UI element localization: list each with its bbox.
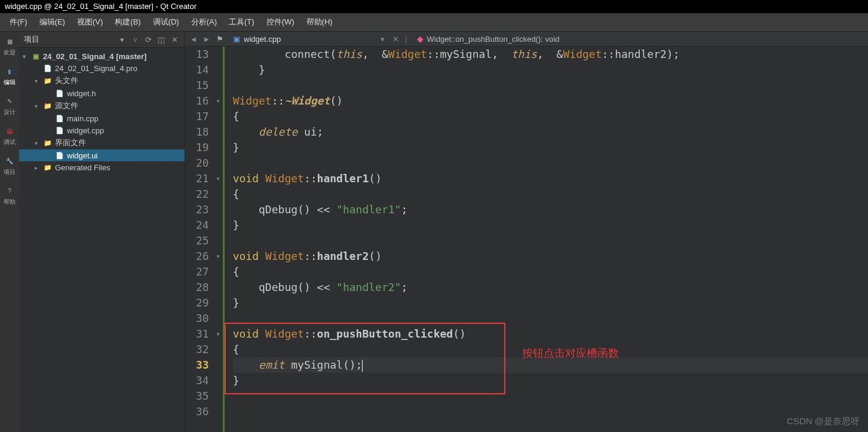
code-body[interactable]: connect(this, &Widget::mySignal, this, &… bbox=[225, 47, 868, 432]
tree-widget-cpp[interactable]: 📄widget.cpp bbox=[19, 124, 185, 136]
symbol-crumb[interactable]: ◆ Widget::on_pushButton_clicked(): void bbox=[411, 33, 566, 45]
mode-welcome[interactable]: ▦欢迎 bbox=[4, 35, 16, 57]
menu-tools[interactable]: 工具(T) bbox=[223, 14, 260, 30]
tree-widget-h[interactable]: 📄widget.h bbox=[19, 87, 185, 99]
code-line: } bbox=[233, 62, 868, 78]
tree-widget-ui[interactable]: 📄widget.ui bbox=[19, 149, 185, 161]
h-file-icon: 📄 bbox=[55, 88, 65, 98]
menu-view[interactable]: 视图(V) bbox=[71, 14, 109, 30]
editor-area: ◄ ► ⚑ ▣ widget.cpp ▾ ✕ | ◆ Widget::on_pu… bbox=[185, 32, 868, 432]
folder-icon: 📁 bbox=[43, 76, 53, 85]
mode-bar: ▦欢迎 ▮编辑 ✎设计 🐞调试 🔧项目 ?帮助 bbox=[0, 32, 19, 432]
code-line bbox=[233, 233, 868, 249]
tab-filename: widget.cpp bbox=[244, 35, 281, 44]
tree-project[interactable]: ▾▣24_02_01_Signal_4 [master] bbox=[19, 50, 185, 62]
panel-title: 项目 bbox=[24, 34, 114, 45]
file-icon: 📄 bbox=[43, 63, 53, 73]
close-tab[interactable]: ✕ bbox=[389, 33, 401, 45]
menubar: 件(F) 编辑(E) 视图(V) 构建(B) 调试(D) 分析(A) 工具(T)… bbox=[0, 13, 868, 32]
editor-toolbar: ◄ ► ⚑ ▣ widget.cpp ▾ ✕ | ◆ Widget::on_pu… bbox=[185, 32, 868, 47]
code-line: qDebug() << "handler2"; bbox=[233, 280, 868, 295]
code-line: { bbox=[233, 109, 868, 124]
wrench-icon: 🔧 bbox=[4, 155, 16, 167]
code-line: qDebug() << "handler1"; bbox=[233, 202, 868, 217]
symbol-label: Widget::on_pushButton_clicked(): void bbox=[427, 35, 560, 44]
file-tab[interactable]: ▣ widget.cpp bbox=[227, 33, 290, 45]
annotation-text: 按钮点击对应槽函数 bbox=[522, 345, 619, 361]
fold-icon[interactable]: ▾ bbox=[214, 93, 223, 109]
project-sidebar: 项目 ▾ ▿ ⟳ ◫ ✕ ▾▣24_02_01_Signal_4 [master… bbox=[19, 32, 185, 432]
folder-icon: 📁 bbox=[43, 163, 53, 172]
menu-debug[interactable]: 调试(D) bbox=[147, 14, 185, 30]
tree-generated[interactable]: ▸📁Generated Files bbox=[19, 161, 185, 173]
menu-widgets[interactable]: 控件(W) bbox=[260, 14, 300, 30]
split-icon[interactable]: ◫ bbox=[156, 34, 167, 45]
tree-pro-file[interactable]: 📄24_02_01_Signal_4.pro bbox=[19, 62, 185, 74]
code-line bbox=[233, 78, 868, 93]
project-tree: ▾▣24_02_01_Signal_4 [master] 📄24_02_01_S… bbox=[19, 48, 185, 432]
fold-icon[interactable]: ▾ bbox=[214, 171, 223, 186]
folder-icon: 📁 bbox=[43, 138, 53, 148]
code-line: } bbox=[233, 217, 868, 233]
cpp-icon: ▣ bbox=[233, 35, 240, 44]
tree-main-cpp[interactable]: 📄main.cpp bbox=[19, 112, 185, 124]
code-line: void Widget::handler2() bbox=[233, 249, 868, 264]
fold-icon[interactable]: ▾ bbox=[214, 249, 223, 264]
tree-forms[interactable]: ▾📁界面文件 bbox=[19, 136, 185, 149]
cpp-file-icon: 📄 bbox=[55, 114, 65, 123]
code-line: } bbox=[233, 373, 868, 388]
code-line bbox=[233, 404, 868, 419]
code-line: { bbox=[233, 186, 868, 202]
dropdown-tab-icon[interactable]: ▾ bbox=[376, 33, 388, 45]
dropdown-icon[interactable]: ▾ bbox=[116, 34, 127, 45]
code-line: { bbox=[233, 264, 868, 280]
ui-file-icon: 📄 bbox=[55, 151, 65, 160]
pencil-icon: ✎ bbox=[4, 95, 16, 107]
menu-build[interactable]: 构建(B) bbox=[109, 14, 146, 30]
watermark: CSDN @是奈思呀 bbox=[787, 416, 860, 427]
fold-icon[interactable]: ▾ bbox=[214, 326, 223, 342]
mode-help[interactable]: ?帮助 bbox=[4, 185, 16, 206]
menu-analyze[interactable]: 分析(A) bbox=[185, 14, 223, 30]
code-line bbox=[233, 388, 868, 404]
document-icon: ▮ bbox=[4, 65, 16, 77]
text-cursor bbox=[362, 360, 363, 372]
code-line bbox=[233, 311, 868, 326]
tree-sources[interactable]: ▾📁源文件 bbox=[19, 99, 185, 112]
grid-icon: ▦ bbox=[4, 35, 16, 47]
code-line: delete ui; bbox=[233, 124, 868, 140]
diamond-icon: ◆ bbox=[417, 34, 424, 44]
menu-file[interactable]: 件(F) bbox=[4, 14, 33, 30]
code-line: void Widget::handler1() bbox=[233, 171, 868, 186]
code-line bbox=[233, 155, 868, 171]
fold-column: ▾ ▾ ▾ ▾ bbox=[214, 47, 225, 432]
mode-projects[interactable]: 🔧项目 bbox=[4, 155, 16, 176]
code-editor[interactable]: 13 14 15 16 17 18 19 20 21 22 23 24 25 2… bbox=[185, 47, 868, 432]
line-gutter: 13 14 15 16 17 18 19 20 21 22 23 24 25 2… bbox=[185, 47, 214, 432]
menu-help[interactable]: 帮助(H) bbox=[300, 14, 339, 30]
folder-icon: 📁 bbox=[43, 101, 53, 111]
project-icon: ▣ bbox=[31, 51, 41, 61]
nav-forward[interactable]: ► bbox=[201, 33, 213, 45]
separator: | bbox=[405, 35, 407, 44]
help-icon: ? bbox=[4, 185, 16, 197]
menu-edit[interactable]: 编辑(E) bbox=[33, 14, 71, 30]
filter-icon[interactable]: ▿ bbox=[130, 34, 140, 45]
code-line: Widget::~Widget() bbox=[233, 93, 868, 109]
bug-icon: 🐞 bbox=[4, 125, 16, 137]
nav-back[interactable]: ◄ bbox=[188, 33, 200, 45]
code-line: void Widget::on_pushButton_clicked() bbox=[233, 326, 868, 342]
code-line: connect(this, &Widget::mySignal, this, &… bbox=[233, 47, 868, 62]
bookmark-icon[interactable]: ⚑ bbox=[214, 33, 226, 45]
mode-debug[interactable]: 🐞调试 bbox=[4, 125, 16, 146]
panel-header: 项目 ▾ ▿ ⟳ ◫ ✕ bbox=[19, 32, 185, 48]
mode-design[interactable]: ✎设计 bbox=[4, 95, 16, 117]
close-panel-icon[interactable]: ✕ bbox=[169, 34, 180, 45]
window-titlebar: widget.cpp @ 24_02_01_Signal_4 [master] … bbox=[0, 0, 868, 13]
code-line: } bbox=[233, 295, 868, 311]
tree-headers[interactable]: ▾📁头文件 bbox=[19, 74, 185, 87]
sync-icon[interactable]: ⟳ bbox=[143, 34, 154, 45]
mode-edit[interactable]: ▮编辑 bbox=[4, 65, 16, 87]
cpp-file-icon: 📄 bbox=[55, 125, 65, 135]
code-line: } bbox=[233, 140, 868, 155]
